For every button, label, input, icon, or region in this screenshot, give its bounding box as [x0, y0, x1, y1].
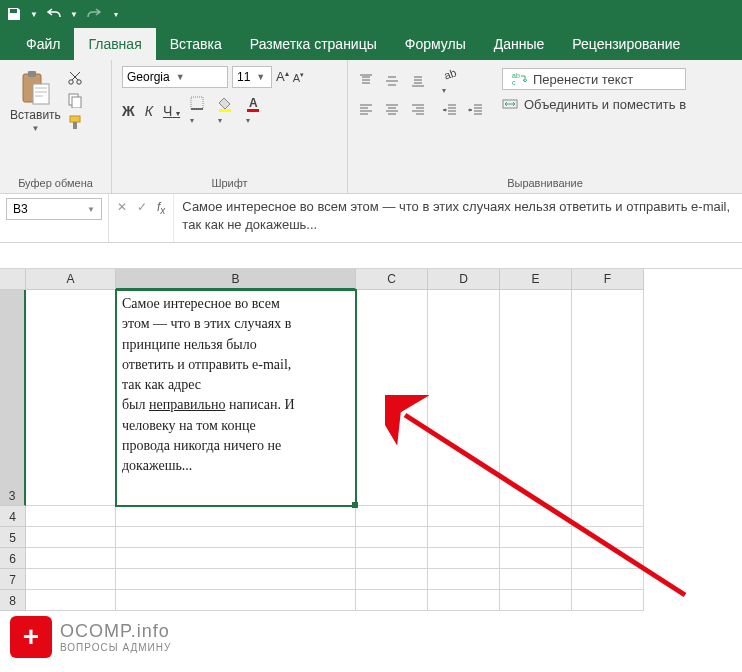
tab-page-layout[interactable]: Разметка страницы	[236, 28, 391, 60]
cell-d6[interactable]	[428, 548, 500, 569]
row-header-7[interactable]: 7	[0, 569, 26, 590]
cell-b6[interactable]	[116, 548, 356, 569]
cell-b4[interactable]	[116, 506, 356, 527]
fx-icon[interactable]: fx	[157, 200, 165, 216]
format-painter-icon[interactable]	[67, 114, 83, 130]
table-row	[26, 548, 742, 569]
copy-icon[interactable]	[67, 92, 83, 108]
cell-d7[interactable]	[428, 569, 500, 590]
cell-e5[interactable]	[500, 527, 572, 548]
row-header-5[interactable]: 5	[0, 527, 26, 548]
align-bottom-icon[interactable]	[410, 73, 426, 89]
paste-button[interactable]: Вставить ▼	[10, 66, 61, 133]
tab-formulas[interactable]: Формулы	[391, 28, 480, 60]
cell-f8[interactable]	[572, 590, 644, 611]
redo-icon[interactable]	[86, 6, 102, 22]
fill-color-icon[interactable]: ▾	[218, 96, 236, 126]
cell-d4[interactable]	[428, 506, 500, 527]
cell-e6[interactable]	[500, 548, 572, 569]
cell-c8[interactable]	[356, 590, 428, 611]
merge-center-button[interactable]: Объединить и поместить в	[502, 96, 686, 112]
name-box[interactable]: B3 ▼	[6, 198, 102, 220]
cancel-icon[interactable]: ✕	[117, 200, 127, 214]
cell-b3[interactable]: Самое интересное во всем этом — что в эт…	[116, 290, 356, 506]
row-header-3[interactable]: 3	[0, 290, 26, 506]
cell-f3[interactable]	[572, 290, 644, 506]
borders-icon[interactable]: ▾	[190, 96, 208, 126]
cell-c5[interactable]	[356, 527, 428, 548]
decrease-font-icon[interactable]: A▾	[293, 71, 304, 84]
column-header-d[interactable]: D	[428, 269, 500, 290]
cell-a4[interactable]	[26, 506, 116, 527]
row-header-6[interactable]: 6	[0, 548, 26, 569]
column-header-b[interactable]: B	[116, 269, 356, 290]
cell-b7[interactable]	[116, 569, 356, 590]
align-center-icon[interactable]	[384, 102, 400, 118]
cell-d3[interactable]	[428, 290, 500, 506]
cell-f5[interactable]	[572, 527, 644, 548]
cell-d8[interactable]	[428, 590, 500, 611]
cell-a8[interactable]	[26, 590, 116, 611]
cell-e7[interactable]	[500, 569, 572, 590]
cell-a3[interactable]	[26, 290, 116, 506]
cell-e8[interactable]	[500, 590, 572, 611]
italic-button[interactable]: К	[145, 103, 153, 119]
wrap-text-button[interactable]: abc Перенести текст	[502, 68, 686, 90]
column-header-a[interactable]: A	[26, 269, 116, 290]
svg-rect-2	[33, 84, 49, 104]
title-bar: ▼ ▼ ▾	[0, 0, 742, 28]
tab-insert[interactable]: Вставка	[156, 28, 236, 60]
qat-customize-icon[interactable]: ▾	[114, 10, 118, 19]
cell-f4[interactable]	[572, 506, 644, 527]
cell-e3[interactable]	[500, 290, 572, 506]
cell-c3[interactable]	[356, 290, 428, 506]
formula-bar-content[interactable]: Самое интересное во всем этом — что в эт…	[173, 194, 742, 242]
enter-icon[interactable]: ✓	[137, 200, 147, 214]
tab-home[interactable]: Главная	[74, 28, 155, 60]
cell-b5[interactable]	[116, 527, 356, 548]
row-header-4[interactable]: 4	[0, 506, 26, 527]
quick-access-toolbar: ▼ ▼ ▾	[6, 6, 118, 22]
font-name-combo[interactable]: Georgia▼	[122, 66, 228, 88]
align-left-icon[interactable]	[358, 102, 374, 118]
font-size-combo[interactable]: 11▼	[232, 66, 272, 88]
save-icon[interactable]	[6, 6, 22, 22]
cell-a7[interactable]	[26, 569, 116, 590]
tab-data[interactable]: Данные	[480, 28, 559, 60]
decrease-indent-icon[interactable]	[442, 102, 458, 118]
name-box-value: B3	[13, 202, 28, 216]
increase-indent-icon[interactable]	[468, 102, 484, 118]
increase-font-icon[interactable]: A▴	[276, 69, 289, 84]
cell-a5[interactable]	[26, 527, 116, 548]
cell-e4[interactable]	[500, 506, 572, 527]
undo-icon[interactable]	[46, 6, 62, 22]
cell-c6[interactable]	[356, 548, 428, 569]
tab-file[interactable]: Файл	[12, 28, 74, 60]
cell-c7[interactable]	[356, 569, 428, 590]
cell-a6[interactable]	[26, 548, 116, 569]
bold-button[interactable]: Ж	[122, 103, 135, 119]
column-header-f[interactable]: F	[572, 269, 644, 290]
row-header-8[interactable]: 8	[0, 590, 26, 611]
column-header-e[interactable]: E	[500, 269, 572, 290]
cell-f6[interactable]	[572, 548, 644, 569]
align-right-icon[interactable]	[410, 102, 426, 118]
tab-review[interactable]: Рецензирование	[558, 28, 694, 60]
column-header-c[interactable]: C	[356, 269, 428, 290]
underline-button[interactable]: Ч ▾	[163, 103, 180, 119]
fill-handle[interactable]	[352, 502, 358, 508]
cell-b8[interactable]	[116, 590, 356, 611]
undo-dropdown-icon[interactable]: ▼	[70, 10, 78, 19]
font-color-icon[interactable]: A▾	[246, 96, 264, 126]
cell-c4[interactable]	[356, 506, 428, 527]
align-top-icon[interactable]	[358, 73, 374, 89]
paste-icon	[19, 70, 51, 106]
cell-d5[interactable]	[428, 527, 500, 548]
qat-dropdown-icon[interactable]: ▼	[30, 10, 38, 19]
cell-f7[interactable]	[572, 569, 644, 590]
orientation-icon[interactable]: ab▾	[442, 66, 458, 96]
cut-icon[interactable]	[67, 70, 83, 86]
group-font: Georgia▼ 11▼ A▴ A▾ Ж К Ч ▾ ▾ ▾ A▾ Шрифт	[112, 60, 348, 193]
select-all-corner[interactable]	[0, 269, 26, 290]
align-middle-icon[interactable]	[384, 73, 400, 89]
